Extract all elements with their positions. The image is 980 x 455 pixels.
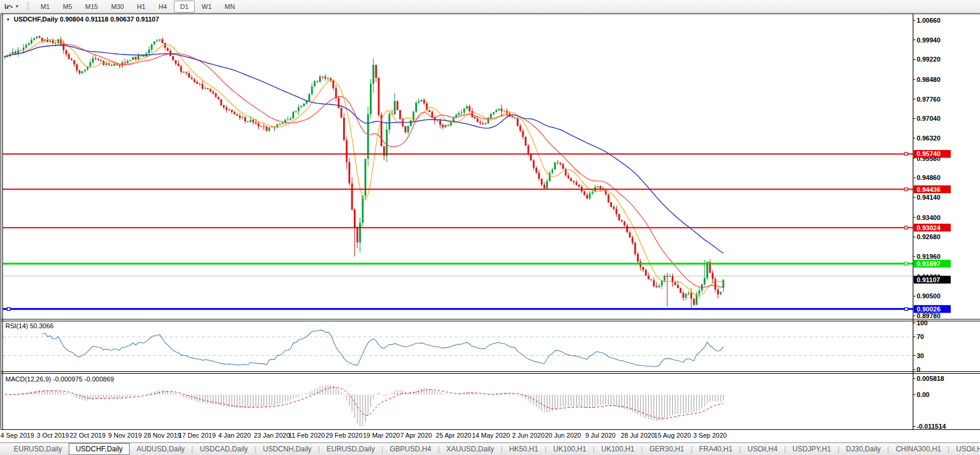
svg-text:20 Jun 2020: 20 Jun 2020 [545, 432, 581, 439]
hline-handle[interactable] [905, 188, 908, 191]
svg-text:2 Jun 2020: 2 Jun 2020 [512, 432, 544, 439]
svg-text:0.90026: 0.90026 [917, 306, 941, 313]
svg-text:28 Nov 2019: 28 Nov 2019 [144, 432, 181, 439]
candles-layer [4, 35, 724, 309]
timeframe-button-m15[interactable]: M15 [79, 1, 104, 13]
symbol-tab-usdcnh-daily[interactable]: USDCNH,Daily [256, 443, 318, 455]
svg-text:70: 70 [917, 333, 924, 340]
svg-text:17 Dec 2019: 17 Dec 2019 [179, 432, 216, 439]
collapse-arrow-icon[interactable]: ▼ [6, 17, 10, 22]
date-axis: 14 Sep 20193 Oct 201922 Oct 20199 Nov 20… [0, 432, 727, 439]
chart-title-text: USDCHF,Daily 0.90804 0.91118 0.90637 0.9… [14, 16, 159, 23]
svg-text:9 Jul 2020: 9 Jul 2020 [585, 432, 615, 439]
svg-text:15 Aug 2020: 15 Aug 2020 [654, 432, 691, 439]
svg-text:0.91697: 0.91697 [917, 260, 941, 267]
svg-text:0.00: 0.00 [917, 391, 929, 398]
svg-text:1.00660: 1.00660 [917, 17, 941, 24]
rsi-line [42, 330, 724, 367]
ma-medium-line [5, 44, 723, 287]
svg-text:28 Jul 2020: 28 Jul 2020 [621, 432, 655, 439]
svg-text:7 Apr 2020: 7 Apr 2020 [400, 432, 432, 439]
svg-text:3 Sep 2020: 3 Sep 2020 [693, 432, 727, 439]
hline-handle[interactable] [7, 307, 10, 310]
svg-text:0.94140: 0.94140 [917, 194, 941, 201]
svg-text:0.94860: 0.94860 [917, 174, 941, 181]
symbol-tab-uk100-h1[interactable]: UK100,H1 [547, 443, 593, 455]
svg-text:0.99940: 0.99940 [917, 36, 941, 44]
hline-handle[interactable] [905, 152, 908, 155]
symbol-tab-bar: EURUSD,DailyUSDCHF,DailyAUDUSD,Daily|USD… [0, 442, 980, 455]
timeframe-buttons: M1M5M15M30H1H4D1W1MN [34, 1, 241, 13]
svg-text:-0.011514: -0.011514 [917, 423, 947, 430]
hline-handle[interactable] [905, 226, 908, 229]
svg-text:3 Oct 2019: 3 Oct 2019 [37, 432, 69, 439]
macd-signal-line [5, 387, 723, 419]
chevron-down-icon: ▼ [15, 4, 19, 8]
chart-shift-icon [4, 2, 14, 11]
symbol-tab-usdchf-daily[interactable]: USDCHF,Daily [69, 443, 130, 455]
svg-text:0.99220: 0.99220 [917, 56, 941, 63]
svg-text:0.005818: 0.005818 [917, 375, 944, 382]
svg-text:0.90500: 0.90500 [917, 292, 941, 300]
rsi-indicator-label: RSI(14) 50.3066 [5, 322, 54, 329]
svg-text:0.97760: 0.97760 [917, 96, 941, 103]
svg-text:0.91960: 0.91960 [917, 253, 941, 260]
svg-text:0.91107: 0.91107 [917, 276, 940, 283]
symbol-tab-usoil-h4[interactable]: USOil,H4 [741, 443, 784, 455]
symbol-tab-usoil-h1[interactable]: USOil,H1 [950, 443, 980, 455]
svg-text:0.96320: 0.96320 [917, 135, 941, 142]
symbol-tab-xauusd-daily[interactable]: XAUUSD,Daily [440, 443, 501, 455]
price-axis: 1.006600.999400.992200.984800.977600.970… [913, 17, 947, 430]
ma-slow-line [5, 45, 723, 253]
svg-text:0.89780: 0.89780 [917, 312, 941, 319]
toolbar-grip[interactable] [27, 2, 29, 11]
svg-text:0.92680: 0.92680 [917, 233, 941, 240]
timeframe-button-h1[interactable]: H1 [131, 1, 151, 13]
hline-handle[interactable] [905, 262, 908, 265]
symbol-tab-hk50-h1[interactable]: HK50,H1 [503, 443, 545, 455]
symbol-tab-dj30-daily[interactable]: DJ30,Daily [840, 443, 887, 455]
panel-borders [1, 14, 980, 430]
svg-text:0.94436: 0.94436 [917, 186, 941, 193]
symbol-tab-uk100-h1[interactable]: UK100,H1 [595, 443, 641, 455]
symbol-tab-eurusd-daily[interactable]: EURUSD,Daily [7, 443, 69, 455]
hline-handle[interactable] [905, 307, 908, 310]
symbol-tab-audusd-daily[interactable]: AUDUSD,Daily [130, 443, 191, 455]
svg-text:23 Jan 2020: 23 Jan 2020 [254, 432, 290, 439]
symbol-tab-china300-h1[interactable]: CHINA300,H1 [889, 443, 948, 455]
chart-area: 1.006600.999400.992200.984800.977600.970… [0, 13, 980, 442]
svg-text:0: 0 [917, 366, 920, 373]
timeframe-button-d1[interactable]: D1 [174, 1, 194, 13]
usdchf-price-chart[interactable]: 1.006600.999400.992200.984800.977600.970… [0, 13, 980, 442]
svg-text:0.93400: 0.93400 [917, 214, 941, 221]
symbol-tab-fra40-h1[interactable]: FRA40,H1 [693, 443, 739, 455]
svg-text:22 Oct 2019: 22 Oct 2019 [70, 432, 106, 439]
svg-text:14 Sep 2019: 14 Sep 2019 [0, 432, 34, 439]
svg-text:4 Jan 2020: 4 Jan 2020 [218, 432, 250, 439]
svg-text:0.93024: 0.93024 [917, 224, 941, 231]
svg-text:19 Mar 2020: 19 Mar 2020 [363, 432, 400, 439]
svg-text:0.97040: 0.97040 [917, 115, 941, 122]
svg-text:30: 30 [917, 352, 924, 359]
svg-text:9 Nov 2019: 9 Nov 2019 [108, 432, 142, 439]
timeframe-button-h4[interactable]: H4 [152, 1, 173, 13]
symbol-tab-usdjpy-h1[interactable]: USDJPY,H1 [786, 443, 837, 455]
timeframe-button-m1[interactable]: M1 [35, 1, 56, 13]
symbol-tab-usdcad-daily[interactable]: USDCAD,Daily [193, 443, 255, 455]
timeframe-button-w1[interactable]: W1 [196, 1, 218, 13]
timeframe-toolbar: ▼ M1M5M15M30H1H4D1W1MN [0, 0, 980, 13]
svg-text:0.98480: 0.98480 [917, 76, 941, 83]
ma-fast-line [5, 39, 723, 295]
macd-indicator-label: MACD(12,26,9) -0.000975 -0.000869 [5, 375, 114, 383]
timeframe-button-m5[interactable]: M5 [57, 1, 78, 13]
symbol-tab-gbpusd-h4[interactable]: GBPUSD,H4 [383, 443, 437, 455]
svg-text:14 May 2020: 14 May 2020 [472, 432, 510, 439]
chart-tool-icon[interactable]: ▼ [2, 2, 21, 11]
symbol-tab-ger30-h1[interactable]: GER30,H1 [643, 443, 691, 455]
timeframe-button-mn[interactable]: MN [219, 1, 241, 13]
svg-text:29 Feb 2020: 29 Feb 2020 [326, 432, 363, 439]
chart-title: ▼USDCHF,Daily 0.90804 0.91118 0.90637 0.… [6, 16, 159, 23]
svg-text:25 Apr 2020: 25 Apr 2020 [436, 432, 471, 439]
symbol-tab-eurusd-daily[interactable]: EURUSD,Daily [320, 443, 381, 455]
timeframe-button-m30[interactable]: M30 [105, 1, 130, 13]
